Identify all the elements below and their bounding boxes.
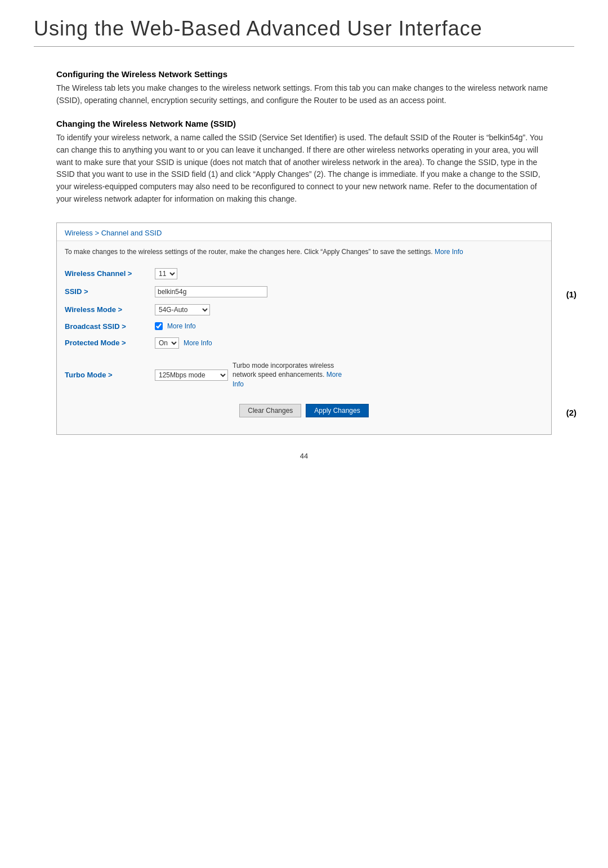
broadcast-ssid-more-info[interactable]: More Info [167,322,196,330]
clear-changes-button[interactable]: Clear Changes [239,404,301,417]
section1-heading: Configuring the Wireless Network Setting… [56,69,552,79]
annotation-marker-1: (1) [566,290,576,299]
turbo-mode-control: 125Mbps mode Off Turbo mode incorporates… [155,361,543,389]
protected-mode-select[interactable]: On Off [155,337,179,349]
wireless-mode-label[interactable]: Wireless Mode > [65,305,155,314]
turbo-mode-row: Turbo Mode > 125Mbps mode Off Turbo mode… [65,358,543,393]
wireless-channel-select[interactable]: 11 [155,268,177,279]
wireless-channel-control: 11 [155,268,543,279]
form-table: Wireless Channel > 11 SSID > [57,260,551,434]
annotation-marker-2: (2) [566,408,576,417]
apply-changes-button[interactable]: Apply Changes [306,404,368,417]
protected-mode-label[interactable]: Protected Mode > [65,339,155,347]
protected-mode-control: On Off More Info [155,337,543,349]
wireless-channel-row: Wireless Channel > 11 [65,265,543,283]
protected-mode-row: Protected Mode > On Off More Info [65,334,543,352]
wireless-mode-select[interactable]: 54G-Auto 54G Only 54G+ 802.11b Only [155,304,210,315]
protected-mode-more-info[interactable]: More Info [184,339,212,347]
wireless-mode-row: Wireless Mode > 54G-Auto 54G Only 54G+ 8… [65,301,543,319]
ssid-input[interactable] [155,286,267,297]
page-number: 44 [34,452,574,460]
ssid-label[interactable]: SSID > [65,287,155,296]
page-title: Using the Web-Based Advanced User Interf… [34,17,574,47]
interface-box-title: Wireless > Channel and SSID [57,223,551,241]
broadcast-ssid-row: Broadcast SSID > More Info [65,319,543,334]
broadcast-ssid-control: More Info [155,322,543,330]
section1-body: The Wireless tab lets you make changes t… [56,82,552,106]
broadcast-ssid-label[interactable]: Broadcast SSID > [65,322,155,331]
interface-box-desc-text: To make changes to the wireless settings… [65,248,433,256]
interface-box: (1) (2) Wireless > Channel and SSID To m… [56,222,552,435]
section2-heading: Changing the Wireless Network Name (SSID… [56,119,552,128]
ssid-row: SSID > [65,283,543,301]
wireless-mode-control: 54G-Auto 54G Only 54G+ 802.11b Only [155,304,543,315]
wireless-channel-label[interactable]: Wireless Channel > [65,269,155,278]
turbo-mode-label[interactable]: Turbo Mode > [65,371,155,379]
button-row: Clear Changes Apply Changes [65,398,543,425]
section2-body: To identify your wireless network, a nam… [56,132,552,205]
turbo-desc-text: Turbo mode incorporates wireless network… [233,362,334,379]
interface-box-description: To make changes to the wireless settings… [57,241,551,260]
ssid-control [155,286,543,297]
description-more-info-link[interactable]: More Info [435,248,463,256]
broadcast-ssid-checkbox[interactable] [155,322,163,330]
turbo-mode-description: Turbo mode incorporates wireless network… [233,361,345,389]
turbo-mode-select[interactable]: 125Mbps mode Off [155,370,228,381]
